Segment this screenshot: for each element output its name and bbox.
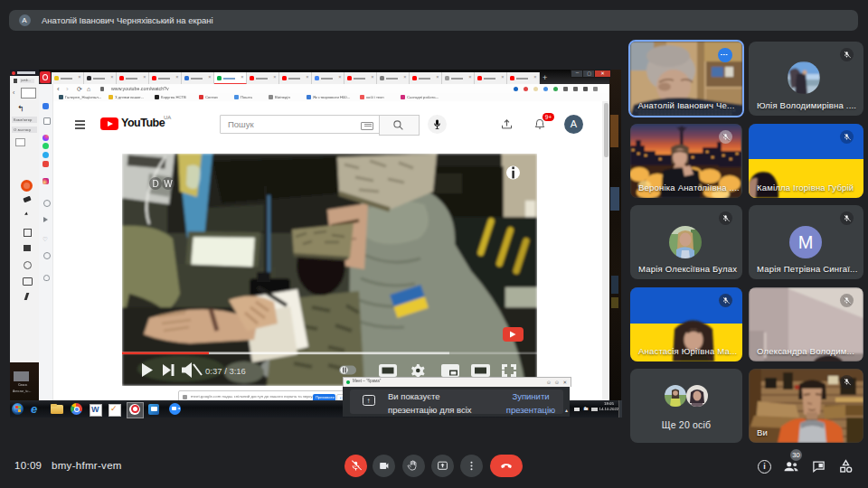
svg-text:0:37 / 3:16: 0:37 / 3:16 bbox=[205, 366, 246, 376]
svg-text:D: D bbox=[152, 179, 158, 189]
svg-text:W: W bbox=[164, 179, 173, 189]
